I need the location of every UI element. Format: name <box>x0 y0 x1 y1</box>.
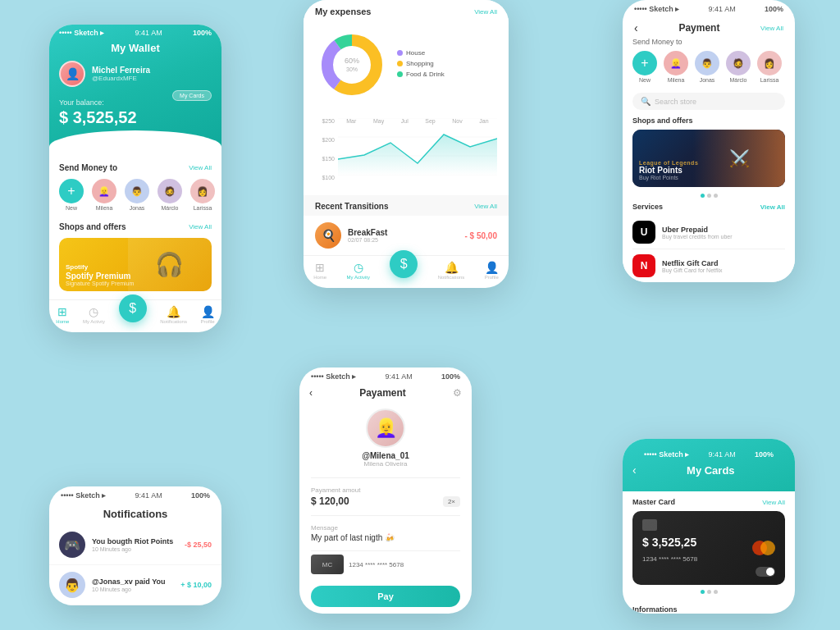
contact-new[interactable]: + New <box>59 179 84 211</box>
send-money-view-all[interactable]: View All <box>189 164 212 171</box>
dot-3 <box>714 194 718 198</box>
chart-area <box>338 118 497 180</box>
contact-larissa[interactable]: 👩 Larissa <box>190 179 215 211</box>
notif-riot-text: You bougth Riot Points <box>92 537 178 546</box>
wallet-user-handle: @EduardxMFE <box>92 75 150 82</box>
pay-contact-larissa[interactable]: 👩 Larissa <box>757 51 782 83</box>
mycards-dot-3 <box>714 590 718 594</box>
contact-milena[interactable]: 👱‍♀️ Milena <box>92 179 116 211</box>
service-uber[interactable]: U Uber Prepaid Buy travel credits from u… <box>623 216 795 249</box>
uber-icon-letter: U <box>641 226 648 238</box>
legend-food: Food & Drink <box>397 71 497 78</box>
payment-right-title: Payment <box>678 22 719 34</box>
payament-header: ‹ Payament ⚙ <box>299 382 472 404</box>
notifications-title: Notifications <box>49 501 221 525</box>
riot-card[interactable]: ⚔️ League of Legends Riot Points Buy Rio… <box>632 130 785 187</box>
donut-legend: House Shopping Food & Drink <box>397 49 497 81</box>
toggle-switch[interactable] <box>756 567 775 577</box>
exp-nav-center[interactable]: $ <box>390 250 418 278</box>
search-bar[interactable]: 🔍 Search store <box>632 93 785 110</box>
payment-right-view-all[interactable]: View All <box>760 25 783 32</box>
dot-1 <box>701 194 705 198</box>
card-toggle[interactable] <box>756 567 775 577</box>
trans-date: 02/07 08:25 <box>348 237 459 243</box>
amount-multiplier[interactable]: 2× <box>443 496 460 507</box>
card-thumbnail-number: 1234 **** **** 5678 <box>349 561 404 568</box>
legend-house: House <box>397 49 497 57</box>
new-contact-button[interactable]: + <box>59 179 84 203</box>
activity-icon: ◷ <box>89 305 98 318</box>
search-placeholder: Search store <box>655 98 696 106</box>
notif-item-riot[interactable]: 🎮 You bougth Riot Points 10 Minutes ago … <box>49 525 221 565</box>
line-chart-svg <box>338 118 497 176</box>
exp-nav-home[interactable]: ⊞ Home <box>313 261 326 280</box>
exp-profile-label: Profile <box>485 275 499 280</box>
contact-milena-label: Milena <box>96 205 113 211</box>
service-netflix[interactable]: N Netflix Gift Card Buy Gift Card for Ne… <box>623 249 795 282</box>
y-label-200: $200 <box>315 137 335 143</box>
pay-contact-milena[interactable]: 👱‍♀️ Milena <box>664 51 688 83</box>
exp-nav-activity[interactable]: ◷ My Activity <box>347 261 370 280</box>
pay-new-button[interactable]: + <box>632 51 657 75</box>
phone-notifications: ••••• Sketch ▸ 9:41 AM 100% Notification… <box>49 486 221 605</box>
expenses-view-all[interactable]: View All <box>474 8 497 16</box>
nav-profile-label: Profile <box>201 319 215 324</box>
nav-profile[interactable]: 👤 Profile <box>201 305 215 324</box>
payament-username: @Milena_01 <box>362 451 409 460</box>
exp-nav-notif[interactable]: 🔔 Notifications <box>438 261 465 280</box>
exp-nav-profile[interactable]: 👤 Profile <box>485 261 499 280</box>
contact-larissa-avatar: 👩 <box>190 179 215 203</box>
nav-notifications[interactable]: 🔔 Notifications <box>160 305 187 324</box>
legend-house-label: House <box>406 49 425 57</box>
mycards-dots <box>632 590 785 594</box>
donut-section: 60% 30% House Shopping Food & Drink <box>304 20 509 110</box>
shopping-dot <box>397 61 403 66</box>
mastercard-logo <box>752 541 775 555</box>
my-cards-button[interactable]: My Cards <box>172 90 212 101</box>
notif-item-jonas[interactable]: 👨 @Jonas_xv paid You 10 Minutes ago + $ … <box>49 565 221 605</box>
pay-contact-jonas[interactable]: 👨 Jonas <box>695 51 719 83</box>
riot-logo: League of Legends <box>639 160 698 166</box>
gear-icon[interactable]: ⚙ <box>453 387 462 399</box>
mycards-view-all[interactable]: View All <box>762 499 785 506</box>
exp-bell-icon: 🔔 <box>445 261 459 274</box>
spotify-subtitle: Signature Spotify Premium <box>66 281 205 286</box>
notif-jonas-amount: + $ 10,00 <box>180 581 212 589</box>
expenses-bottom-nav: ⊞ Home ◷ My Activity $ 🔔 Notifications 👤… <box>304 255 509 288</box>
y-label-250: $250 <box>315 118 335 124</box>
recent-view-all[interactable]: View All <box>474 203 497 210</box>
phone-mycards: ••••• Sketch ▸ 9:41 AM 100% ‹ My Cards M… <box>623 439 795 614</box>
wallet-status-time: 9:41 AM <box>135 29 162 37</box>
payament-back-button[interactable]: ‹ <box>309 387 313 399</box>
nav-home-label: Home <box>56 319 69 324</box>
card-thumbnail: MC 1234 **** **** 5678 <box>299 555 472 579</box>
wallet-title: My Wallet <box>49 42 221 54</box>
transaction-icon: 🍳 <box>315 222 341 249</box>
dot-2 <box>707 194 711 198</box>
nav-activity[interactable]: ◷ My Activty <box>83 305 105 324</box>
payment-back-button[interactable]: ‹ <box>634 21 638 34</box>
pay-jonas-label: Jonas <box>700 77 715 83</box>
pay-contact-marclo[interactable]: 🧔 Márclo <box>726 51 751 83</box>
spotify-title: Spotify Premium <box>66 272 205 281</box>
payament-title: Payament <box>359 387 406 399</box>
nav-home[interactable]: ⊞ Home <box>56 305 69 324</box>
contact-marclo[interactable]: 🧔 Márclo <box>158 179 182 211</box>
phone-payament: ••••• Sketch ▸ 9:41 AM 100% ‹ Payament ⚙… <box>299 368 472 614</box>
mastercard-section: Master Card View All $ 3,525,25 1234 ***… <box>623 491 795 602</box>
toggle-knob <box>766 568 774 576</box>
pay-contact-new[interactable]: + New <box>632 51 657 83</box>
pay-marclo-avatar: 🧔 <box>726 51 751 75</box>
card-dots <box>623 194 795 198</box>
profile-icon: 👤 <box>201 305 215 318</box>
nav-center-button[interactable]: $ <box>119 294 147 322</box>
transaction-breakfast[interactable]: 🍳 BreakFast 02/07 08:25 - $ 50,00 <box>304 216 509 255</box>
payament-user-section: 👱‍♀️ @Milena_01 Milena Oliveira <box>299 404 472 474</box>
shops-view-all[interactable]: View All <box>189 223 212 231</box>
riot-info: League of Legends Riot Points Buy Riot P… <box>639 160 698 180</box>
services-view-all[interactable]: View All <box>760 203 785 211</box>
pay-button[interactable]: Pay <box>311 586 460 607</box>
contact-jonas[interactable]: 👨 Jonas <box>125 179 149 211</box>
legend-shopping: Shopping <box>397 60 497 67</box>
spotify-card[interactable]: 🎧 Spotify Spotify Premium Signature Spot… <box>59 238 212 291</box>
